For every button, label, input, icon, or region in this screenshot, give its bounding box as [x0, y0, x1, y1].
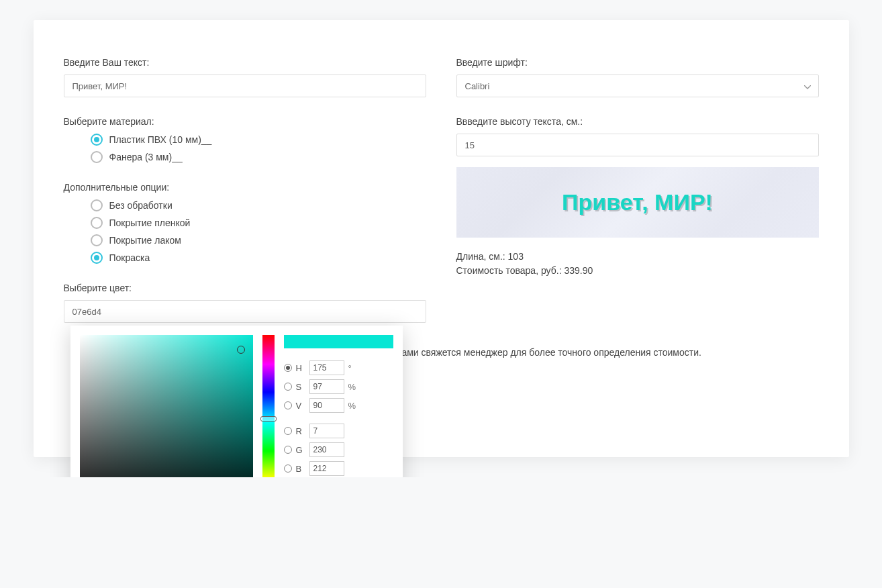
channel-label-g: G: [296, 445, 305, 455]
g-row: G: [284, 442, 393, 457]
font-label: Введите шрифт:: [456, 57, 819, 68]
percent-unit: %: [348, 401, 359, 411]
channel-label-s: S: [296, 382, 305, 392]
s-input[interactable]: [309, 379, 344, 394]
preview-text: Привет, МИР!: [562, 189, 713, 215]
radio-icon[interactable]: [284, 364, 292, 372]
product-configurator: Введите Ваш текст: Выберите материал: Пл…: [34, 20, 849, 457]
radio-icon: [91, 252, 103, 264]
channel-label-r: R: [296, 426, 305, 436]
length-line: Длина, см.: 103: [456, 250, 819, 264]
radio-icon[interactable]: [284, 401, 292, 409]
hue-strip[interactable]: [262, 335, 275, 477]
option-label: Без обработки: [109, 200, 173, 211]
option-label: Покрытие пленкой: [109, 217, 191, 228]
radio-icon[interactable]: [284, 446, 292, 454]
sv-panel[interactable]: [80, 335, 253, 477]
h-input[interactable]: [309, 360, 344, 375]
h-row: H °: [284, 360, 393, 375]
price-line: Стоимость товара, руб.: 339.90: [456, 264, 819, 278]
r-row: R: [284, 424, 393, 438]
channel-label-h: H: [296, 363, 305, 373]
radio-icon[interactable]: [284, 427, 292, 435]
options-label: Дополнительные опции:: [64, 182, 426, 193]
g-input[interactable]: [309, 442, 344, 457]
r-input[interactable]: [309, 424, 344, 438]
channel-label-v: V: [296, 401, 305, 411]
b-row: B: [284, 461, 393, 476]
radio-icon: [91, 217, 103, 229]
preview-box: Привет, МИР!: [456, 167, 819, 238]
picker-controls: H ° S % V %: [284, 335, 393, 477]
option-lacquer[interactable]: Покрытие лаком: [91, 234, 426, 246]
text-label: Введите Ваш текст:: [64, 57, 426, 68]
sv-cursor-icon: [237, 346, 245, 354]
manager-note-text: аза с вами свяжется менеджер для более т…: [373, 347, 701, 358]
material-option-plywood[interactable]: Фанера (3 мм)__: [91, 151, 426, 163]
radio-icon: [91, 151, 103, 163]
color-label: Выберите цвет:: [64, 283, 426, 293]
material-option-label: Пластик ПВХ (10 мм)__: [109, 134, 212, 145]
material-option-pvc[interactable]: Пластик ПВХ (10 мм)__: [91, 134, 426, 146]
percent-unit: %: [348, 382, 359, 392]
color-swatch: [284, 335, 393, 348]
left-column: Введите Ваш текст: Выберите материал: Пл…: [64, 57, 426, 328]
manager-note: аза с вами свяжется менеджер для более т…: [373, 347, 819, 358]
radio-icon: [91, 234, 103, 246]
b-input[interactable]: [309, 461, 344, 476]
hue-cursor-icon: [260, 416, 277, 422]
v-input[interactable]: [309, 398, 344, 413]
channel-label-b: B: [296, 464, 305, 474]
height-label: Ввведите высоту текста, см.:: [456, 116, 819, 127]
text-input[interactable]: [64, 75, 426, 97]
option-paint[interactable]: Покраска: [91, 252, 426, 264]
option-film[interactable]: Покрытие пленкой: [91, 217, 426, 229]
radio-icon: [91, 199, 103, 211]
font-select[interactable]: [456, 75, 819, 97]
height-input[interactable]: [456, 134, 819, 156]
s-row: S %: [284, 379, 393, 394]
option-label: Покраска: [109, 252, 150, 263]
v-row: V %: [284, 398, 393, 413]
material-option-label: Фанера (3 мм)__: [109, 152, 183, 162]
option-none[interactable]: Без обработки: [91, 199, 426, 211]
color-picker-popup: H ° S % V %: [70, 326, 403, 477]
radio-icon[interactable]: [284, 383, 292, 391]
material-label: Выберите материал:: [64, 116, 426, 127]
radio-icon[interactable]: [284, 464, 292, 473]
degree-unit: °: [348, 363, 359, 373]
radio-icon: [91, 134, 103, 146]
color-input[interactable]: [64, 300, 426, 323]
right-column: Введите шрифт: Ввведите высоту текста, с…: [456, 57, 819, 328]
option-label: Покрытие лаком: [109, 235, 181, 246]
